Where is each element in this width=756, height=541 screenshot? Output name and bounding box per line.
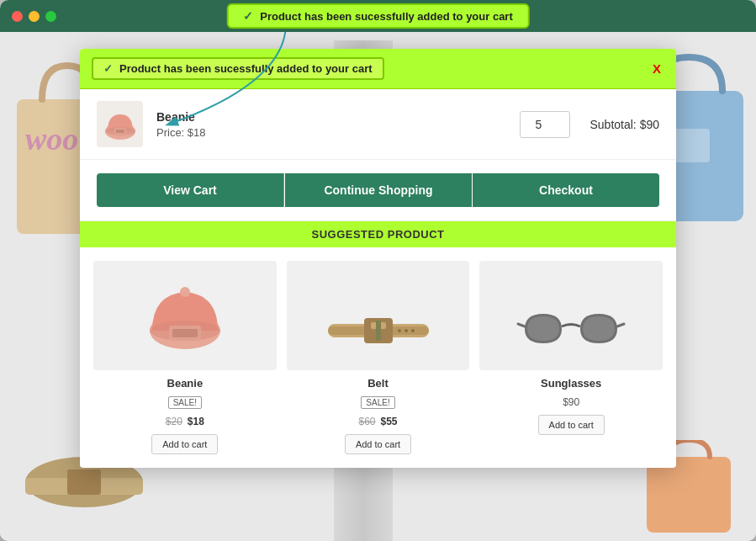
svg-rect-12 [116,130,124,133]
svg-rect-7 [67,469,101,495]
add-beanie-to-cart-button[interactable]: Add to cart [151,434,218,454]
suggested-sunglasses-regular-price: $90 [563,396,579,408]
cart-modal: ✓ Product has been sucessfully added to … [80,49,676,468]
suggested-sunglasses-name: Sunglasses [541,377,601,390]
check-icon: ✓ [243,9,253,23]
suggested-item-beanie: Beanie SALE! $20 $18 Add to cart [93,261,277,454]
sale-badge: SALE! [361,396,394,409]
close-notification-button[interactable]: X [649,62,664,75]
belt-product-icon [324,305,433,356]
product-name: Beanie [156,110,506,124]
suggested-beanie-sale-price: $18 [188,416,204,427]
close-window-button[interactable] [12,11,23,22]
traffic-lights [12,11,56,22]
svg-point-23 [398,329,401,332]
suggested-belt-image [287,261,470,370]
product-price: Price: $18 [156,126,506,139]
quantity-input[interactable] [520,111,570,138]
checkout-button[interactable]: Checkout [473,173,659,207]
suggested-beanie-original-price: $20 [166,416,182,427]
cart-notification-bar: ✓ Product has been sucessfully added to … [80,49,676,89]
svg-rect-22 [376,321,381,341]
maximize-window-button[interactable] [45,11,56,22]
suggested-item-sunglasses: Sunglasses $90 Add to cart [479,261,663,454]
svg-rect-8 [647,457,731,533]
check-icon: ✓ [103,62,113,75]
add-belt-to-cart-button[interactable]: Add to cart [345,434,411,454]
suggested-belt-name: Belt [367,377,389,390]
sale-badge: SALE! [168,396,202,409]
cart-notification-message: ✓ Product has been sucessfully added to … [92,57,384,80]
minimize-window-button[interactable] [29,11,40,22]
add-sunglasses-to-cart-button[interactable]: Add to cart [538,415,605,435]
cart-notification-text: Product has been sucessfully added to yo… [119,62,373,75]
product-info: Beanie Price: $18 [156,110,506,139]
beanie-product-icon [139,273,231,358]
app-window: ✓ Product has been sucessfully added to … [0,0,756,541]
suggested-belt-badge-row: SALE! [361,396,394,409]
action-buttons-row: View Cart Continue Shopping Checkout [80,160,676,221]
store-background: woo [0,32,756,541]
product-thumbnail [97,101,143,147]
svg-line-27 [617,324,624,326]
suggested-belt-original-price: $60 [358,416,375,427]
sunglasses-product-icon [516,305,626,356]
cart-product-row: Beanie Price: $18 Subtotal: $90 [80,89,676,160]
suggested-beanie-price-row: $20 $18 [166,416,204,427]
titlebar-notification: ✓ Product has been sucessfully added to … [226,3,530,29]
suggested-sunglasses-price-row: $90 [563,396,579,408]
svg-point-24 [404,329,408,332]
suggested-products-grid: Beanie SALE! $20 $18 Add to cart [80,247,676,468]
suggested-beanie-image [93,261,277,370]
titlebar: ✓ Product has been sucessfully added to … [0,0,756,32]
suggested-belt-price-row: $60 $55 [358,416,397,427]
product-subtotal: Subtotal: $90 [584,118,659,131]
svg-rect-16 [172,329,198,337]
suggested-item-belt: Belt SALE! $60 $55 Add to cart [287,261,470,454]
beanie-thumbnail-icon [103,108,138,141]
continue-shopping-button[interactable]: Continue Shopping [284,173,473,207]
suggested-beanie-name: Beanie [167,377,204,390]
suggested-sunglasses-image [479,261,663,370]
svg-point-17 [180,287,190,297]
svg-line-26 [518,324,525,326]
svg-point-25 [411,329,415,332]
titlebar-notification-text: Product has been sucessfully added to yo… [260,10,513,23]
suggested-belt-sale-price: $55 [381,416,398,427]
svg-text:woo: woo [25,121,78,156]
suggested-products-header: SUGGESTED PRODUCT [80,221,676,247]
view-cart-button[interactable]: View Cart [97,173,284,207]
suggested-beanie-badge-row: SALE! [168,396,202,409]
